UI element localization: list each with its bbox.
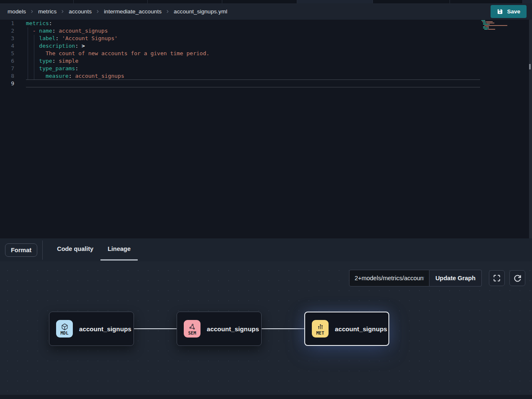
- node-badge: SEM: [184, 320, 200, 338]
- line-number: 9: [0, 80, 14, 87]
- code-editor[interactable]: 1metrics:2 - name: account_signups3 labe…: [0, 20, 532, 238]
- code-line: 2 - name: account_signups: [0, 27, 532, 35]
- status-strip: [0, 395, 532, 399]
- code-line: 7 type_params:: [0, 65, 532, 72]
- line-number: 5: [0, 50, 14, 57]
- lineage-filter-input[interactable]: [349, 270, 429, 286]
- top-tab-strip: [0, 0, 532, 3]
- tab-code-quality[interactable]: Code quality: [50, 238, 100, 261]
- breadcrumb-item[interactable]: account_signups.yml: [174, 8, 227, 15]
- code-lines: 1metrics:2 - name: account_signups3 labe…: [0, 20, 532, 87]
- lineage-edge: [134, 328, 177, 329]
- line-number: 1: [0, 20, 14, 27]
- chevron-right-icon: [165, 9, 170, 14]
- minimap-line: [481, 30, 508, 31]
- line-number: 3: [0, 35, 14, 42]
- lineage-node-sem[interactable]: SEMaccount_signups: [177, 312, 262, 346]
- breadcrumb-item[interactable]: accounts: [69, 8, 92, 15]
- top-tab-segment[interactable]: [74, 0, 148, 3]
- ide-window: modelsmetricsaccountsintermediate_accoun…: [0, 0, 532, 399]
- node-badge-label: SEM: [188, 330, 196, 335]
- node-badge-label: MET: [316, 330, 324, 335]
- node-label: account_signups: [79, 325, 131, 332]
- top-tab-segment[interactable]: [222, 0, 297, 3]
- top-tab-segment[interactable]: [450, 0, 523, 3]
- minimap-line: [481, 24, 508, 25]
- chevron-right-icon: [60, 9, 65, 14]
- node-label: account_signups: [207, 325, 259, 332]
- minimap-line: [481, 28, 508, 28]
- indent-guide: [28, 27, 28, 80]
- top-tab-segment[interactable]: [297, 0, 373, 3]
- bottom-panel: Format Code quality Lineage Update Graph: [0, 238, 532, 399]
- minimap-line: [481, 23, 508, 23]
- code-line: 1metrics:: [0, 20, 532, 27]
- node-badge: MET: [312, 320, 329, 338]
- node-label: account_signups: [335, 325, 387, 332]
- node-badge-label: MDL: [61, 330, 69, 335]
- line-number: 2: [0, 27, 14, 35]
- panel-tab-bar: Format Code quality Lineage: [0, 238, 532, 261]
- line-number: 7: [0, 65, 14, 72]
- code-line: 3 label: 'Account Signups': [0, 35, 532, 42]
- refresh-button[interactable]: [509, 270, 525, 286]
- tab-bar-divider: [42, 240, 43, 260]
- lineage-controls: Update Graph: [349, 270, 525, 286]
- line-number: 6: [0, 57, 14, 65]
- update-graph-button[interactable]: Update Graph: [429, 270, 482, 286]
- minimap-line: [481, 21, 508, 22]
- top-tab-segment[interactable]: [523, 0, 532, 3]
- current-line-border: [26, 87, 480, 87]
- cube-icon: [61, 323, 68, 330]
- node-badge: MDL: [56, 320, 73, 338]
- save-button[interactable]: Save: [491, 5, 527, 18]
- breadcrumb-item[interactable]: intermediate_accounts: [104, 8, 162, 15]
- minimap-line: [481, 20, 508, 21]
- top-tab-segment[interactable]: [373, 0, 450, 3]
- minimap[interactable]: [481, 20, 508, 31]
- minimap-line: [481, 26, 508, 27]
- chevron-right-icon: [95, 9, 100, 14]
- code-line: 4 description: >: [0, 42, 532, 50]
- lineage-node-met[interactable]: METaccount_signups: [304, 312, 389, 346]
- tab-lineage[interactable]: Lineage: [100, 238, 138, 261]
- code-line: 5 The count of new accounts for a given …: [0, 50, 532, 57]
- breadcrumb-bar: modelsmetricsaccountsintermediate_accoun…: [0, 3, 532, 20]
- fullscreen-button[interactable]: [489, 270, 505, 286]
- code-line: 8 measure: account_signups: [0, 72, 532, 80]
- breadcrumb: modelsmetricsaccountsintermediate_accoun…: [8, 8, 227, 15]
- scrollbar-thumb[interactable]: [529, 64, 531, 69]
- current-line-border: [26, 79, 480, 80]
- refresh-icon: [514, 274, 522, 282]
- chevron-right-icon: [30, 9, 34, 14]
- semantic-graph-icon: [189, 323, 196, 330]
- breadcrumb-item[interactable]: models: [8, 8, 26, 15]
- panel-tabs: Code quality Lineage: [50, 238, 138, 261]
- lineage-edge: [262, 328, 304, 329]
- save-icon: [497, 8, 503, 15]
- breadcrumb-item[interactable]: metrics: [38, 8, 57, 15]
- line-number: 4: [0, 42, 14, 50]
- editor-scrollbar[interactable]: [529, 20, 532, 238]
- minimap-line: [481, 29, 508, 30]
- format-button[interactable]: Format: [5, 243, 37, 257]
- top-tab-segment[interactable]: [0, 0, 74, 3]
- code-line: 6 type: simple: [0, 57, 532, 65]
- code-line: 9: [0, 80, 532, 87]
- save-button-label: Save: [507, 8, 520, 15]
- line-number: 8: [0, 72, 14, 80]
- lineage-canvas[interactable]: Update Graph: [0, 261, 532, 395]
- lineage-node-mdl[interactable]: MDLaccount_signups: [49, 312, 134, 346]
- fullscreen-icon: [493, 274, 501, 282]
- minimap-line: [481, 25, 508, 26]
- top-tab-segment[interactable]: [148, 0, 222, 3]
- metric-chart-icon: [317, 323, 324, 330]
- indent-guide: [34, 35, 34, 80]
